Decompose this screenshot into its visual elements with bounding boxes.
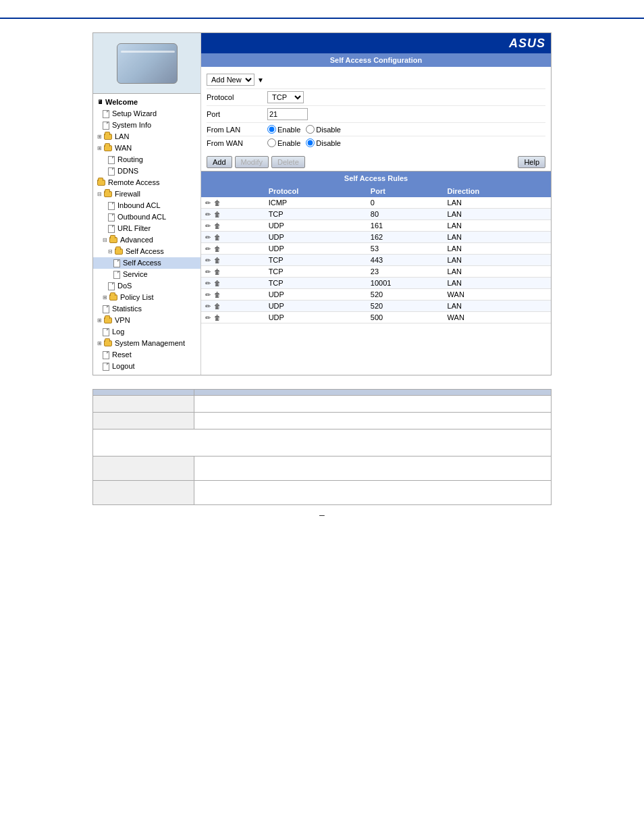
folder-icon <box>109 237 117 243</box>
rule-port: 162 <box>367 232 444 243</box>
sidebar-item-system-management[interactable]: ⊞ System Management <box>93 338 200 349</box>
bottom-section <box>92 389 552 505</box>
button-bar: Add Modify Delete Help <box>201 153 551 171</box>
row-actions: ✏ 🗑 <box>201 266 265 278</box>
edit-icon[interactable]: ✏ <box>205 199 211 207</box>
router-image <box>117 43 178 84</box>
sidebar-item-welcome[interactable]: 🖥 Welcome <box>93 97 200 108</box>
sidebar-item-url-filter[interactable]: URL Filter <box>93 223 200 234</box>
sidebar-item-self-access[interactable]: Self Access <box>93 257 200 269</box>
rule-direction: LAN <box>444 197 551 209</box>
table-row: ✏ 🗑 ICMP 0 LAN <box>201 197 551 209</box>
page-icon <box>103 328 109 336</box>
rules-section-title: Self Access Rules <box>201 172 551 185</box>
sidebar: 🖥 Welcome Setup Wizard System Info ⊞ LAN <box>93 33 201 375</box>
edit-icon[interactable]: ✏ <box>205 303 211 310</box>
from-lan-enable-radio[interactable] <box>267 125 276 134</box>
rule-direction: LAN <box>444 255 551 266</box>
from-lan-row: From LAN Enable Disable <box>207 123 545 136</box>
sidebar-item-statistics[interactable]: Statistics <box>93 303 200 315</box>
sidebar-item-outbound-acl[interactable]: Outbound ACL <box>93 211 200 223</box>
from-lan-disable[interactable]: Disable <box>306 125 341 134</box>
separator: – <box>20 505 624 524</box>
add-new-dropdown-icon[interactable]: ▼ <box>257 76 264 84</box>
sidebar-item-routing[interactable]: Routing <box>93 154 200 165</box>
folder-icon <box>104 191 112 197</box>
sidebar-item-logout[interactable]: Logout <box>93 361 200 372</box>
delete-row-icon[interactable]: 🗑 <box>214 291 221 298</box>
delete-row-icon[interactable]: 🗑 <box>214 314 221 321</box>
rule-direction: LAN <box>444 209 551 220</box>
rule-protocol: UDP <box>265 301 367 312</box>
sidebar-item-lan[interactable]: ⊞ LAN <box>93 131 200 142</box>
sidebar-item-service[interactable]: Service <box>93 269 200 280</box>
sidebar-item-reset[interactable]: Reset <box>93 349 200 361</box>
protocol-label: Protocol <box>207 93 267 101</box>
port-input[interactable] <box>267 108 308 120</box>
protocol-select[interactable]: TCP UDP ICMP <box>267 91 304 103</box>
from-wan-enable[interactable]: Enable <box>267 138 300 147</box>
delete-button[interactable]: Delete <box>271 156 305 168</box>
table-row <box>93 413 552 429</box>
sidebar-item-firewall[interactable]: ⊟ Firewall <box>93 188 200 200</box>
edit-icon[interactable]: ✏ <box>205 291 211 298</box>
sidebar-item-setup-wizard[interactable]: Setup Wizard <box>93 108 200 120</box>
delete-row-icon[interactable]: 🗑 <box>214 257 221 264</box>
folder-icon <box>104 340 112 346</box>
delete-row-icon[interactable]: 🗑 <box>214 234 221 241</box>
delete-row-icon[interactable]: 🗑 <box>214 211 221 218</box>
row-desc <box>194 457 552 481</box>
rule-port: 161 <box>367 220 444 232</box>
sidebar-item-policy-list[interactable]: ⊞ Policy List <box>93 292 200 303</box>
table-row: ✏ 🗑 TCP 80 LAN <box>201 209 551 220</box>
help-button[interactable]: Help <box>518 156 545 168</box>
rule-protocol: TCP <box>265 278 367 289</box>
row-actions: ✏ 🗑 <box>201 312 265 323</box>
from-wan-enable-radio[interactable] <box>267 138 276 147</box>
sidebar-item-wan[interactable]: ⊞ WAN <box>93 142 200 154</box>
sidebar-item-vpn[interactable]: ⊞ VPN <box>93 315 200 326</box>
edit-icon[interactable]: ✏ <box>205 314 211 321</box>
page-icon <box>103 351 109 359</box>
monitor-icon: 🖥 <box>97 97 103 107</box>
delete-row-icon[interactable]: 🗑 <box>214 222 221 230</box>
row-full <box>93 429 552 457</box>
from-wan-disable-radio[interactable] <box>306 138 315 147</box>
from-lan-enable[interactable]: Enable <box>267 125 300 134</box>
from-wan-label: From WAN <box>207 139 267 147</box>
delete-row-icon[interactable]: 🗑 <box>214 303 221 310</box>
from-lan-disable-radio[interactable] <box>306 125 315 134</box>
edit-icon[interactable]: ✏ <box>205 234 211 241</box>
page-icon <box>103 110 109 118</box>
add-new-select[interactable]: Add New <box>207 74 254 86</box>
port-control <box>267 108 308 120</box>
edit-icon[interactable]: ✏ <box>205 222 211 230</box>
sidebar-item-system-info[interactable]: System Info <box>93 120 200 131</box>
edit-icon[interactable]: ✏ <box>205 280 211 287</box>
rule-direction: LAN <box>444 232 551 243</box>
sidebar-item-advanced[interactable]: ⊟ Advanced <box>93 234 200 246</box>
delete-row-icon[interactable]: 🗑 <box>214 280 221 287</box>
from-wan-disable[interactable]: Disable <box>306 138 341 147</box>
add-button[interactable]: Add <box>207 156 232 168</box>
col-port: Port <box>367 185 444 197</box>
edit-icon[interactable]: ✏ <box>205 268 211 276</box>
sidebar-item-remote-access[interactable]: Remote Access <box>93 177 200 188</box>
sidebar-item-inbound-acl[interactable]: Inbound ACL <box>93 200 200 211</box>
delete-row-icon[interactable]: 🗑 <box>214 268 221 276</box>
router-ui: 🖥 Welcome Setup Wizard System Info ⊞ LAN <box>92 32 552 375</box>
sidebar-item-ddns[interactable]: DDNS <box>93 165 200 177</box>
rule-protocol: TCP <box>265 255 367 266</box>
sidebar-item-self-access-folder[interactable]: ⊟ Self Access <box>93 246 200 257</box>
sidebar-item-dos[interactable]: DoS <box>93 280 200 292</box>
sidebar-item-log[interactable]: Log <box>93 326 200 338</box>
edit-icon[interactable]: ✏ <box>205 211 211 218</box>
delete-row-icon[interactable]: 🗑 <box>214 245 221 253</box>
rule-protocol: UDP <box>265 220 367 232</box>
rule-port: 80 <box>367 209 444 220</box>
edit-icon[interactable]: ✏ <box>205 257 211 264</box>
edit-icon[interactable]: ✏ <box>205 245 211 253</box>
delete-row-icon[interactable]: 🗑 <box>214 199 221 207</box>
modify-button[interactable]: Modify <box>235 156 269 168</box>
row-field <box>93 457 194 481</box>
